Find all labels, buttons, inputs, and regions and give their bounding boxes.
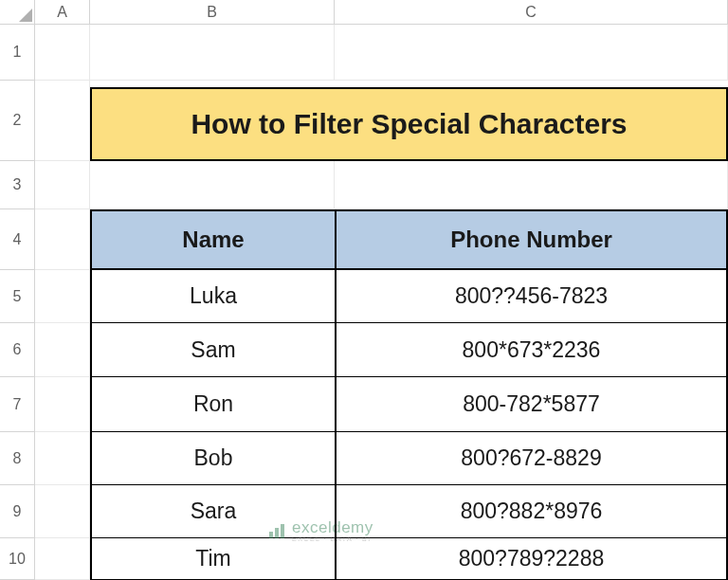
cell-phone-1[interactable]: 800*673*2236 xyxy=(335,323,728,377)
table-header-name[interactable]: Name xyxy=(90,209,335,270)
row-header-10[interactable]: 10 xyxy=(0,538,35,580)
cell-name-2[interactable]: Ron xyxy=(90,377,335,432)
row-header-9[interactable]: 9 xyxy=(0,485,35,538)
title-cell[interactable]: How to Filter Special Characters xyxy=(90,87,728,161)
cell-phone-2[interactable]: 800-782*5877 xyxy=(335,377,728,432)
cell-a2[interactable] xyxy=(35,81,90,161)
cell-phone-0[interactable]: 800??456-7823 xyxy=(335,270,728,323)
cell-phone-5[interactable]: 800?789?2288 xyxy=(335,538,728,580)
cell-name-3[interactable]: Bob xyxy=(90,432,335,485)
col-header-a[interactable]: A xyxy=(35,0,90,25)
cell-name-0[interactable]: Luka xyxy=(90,270,335,323)
select-all-corner[interactable] xyxy=(0,0,35,25)
cell-name-1[interactable]: Sam xyxy=(90,323,335,377)
cell-a7[interactable] xyxy=(35,377,90,432)
cell-a6[interactable] xyxy=(35,323,90,377)
table-header-phone[interactable]: Phone Number xyxy=(335,209,728,270)
cell-name-4[interactable]: Sara xyxy=(90,485,335,538)
cell-b1[interactable] xyxy=(90,25,335,81)
cell-a3[interactable] xyxy=(35,161,90,209)
cell-a5[interactable] xyxy=(35,270,90,323)
col-header-c[interactable]: C xyxy=(335,0,728,25)
spreadsheet-grid: A B C 1 2 How to Filter Special Characte… xyxy=(0,0,728,580)
row-header-8[interactable]: 8 xyxy=(0,432,35,485)
row-header-1[interactable]: 1 xyxy=(0,25,35,81)
cell-c1[interactable] xyxy=(335,25,728,81)
cell-a9[interactable] xyxy=(35,485,90,538)
cell-a4[interactable] xyxy=(35,209,90,270)
cell-c3[interactable] xyxy=(335,161,728,209)
cell-phone-4[interactable]: 800?882*8976 xyxy=(335,485,728,538)
row-header-5[interactable]: 5 xyxy=(0,270,35,323)
row-header-3[interactable]: 3 xyxy=(0,161,35,209)
row-header-2[interactable]: 2 xyxy=(0,81,35,161)
cell-name-5[interactable]: Tim xyxy=(90,538,335,580)
row-header-4[interactable]: 4 xyxy=(0,209,35,270)
cell-phone-3[interactable]: 800?672-8829 xyxy=(335,432,728,485)
cell-a1[interactable] xyxy=(35,25,90,81)
row-header-7[interactable]: 7 xyxy=(0,377,35,432)
col-header-b[interactable]: B xyxy=(90,0,335,25)
cell-b3[interactable] xyxy=(90,161,335,209)
row-header-6[interactable]: 6 xyxy=(0,323,35,377)
cell-a10[interactable] xyxy=(35,538,90,580)
cell-a8[interactable] xyxy=(35,432,90,485)
